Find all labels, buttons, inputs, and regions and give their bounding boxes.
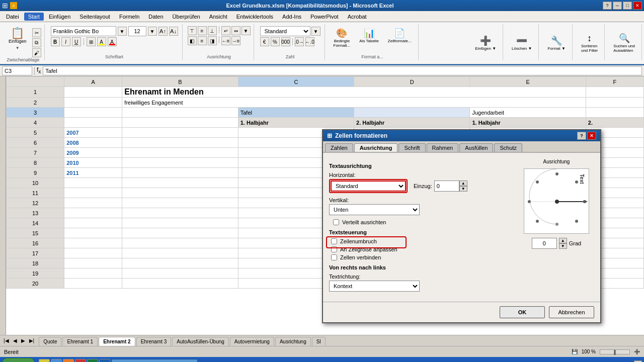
cell-reference-input[interactable] [2,66,32,75]
cell-e3[interactable]: Jugendarbeit [470,108,586,118]
paste-button[interactable]: 📋 Einfügen [5,26,30,45]
row-header-12[interactable]: 12 [7,198,64,208]
copy-button[interactable]: ⧉ [32,38,41,47]
border-button[interactable]: ⊞ [87,37,96,46]
row-header-3[interactable]: 3 [7,108,64,118]
row-header-19[interactable]: 19 [7,268,64,279]
menu-acrobat[interactable]: Acrobat [344,13,371,21]
percent-btn[interactable]: % [271,37,280,46]
cell-a1[interactable] [64,87,122,98]
degree-input[interactable] [532,238,557,249]
einzug-input[interactable] [434,180,459,192]
row-header-10[interactable]: 10 [7,178,64,188]
search-btn[interactable]: 🔍 Suchen undAuswählen [610,31,638,54]
decimal-increase-btn[interactable]: .0→ [295,37,304,46]
zeilenumbruch-checkbox[interactable] [331,238,337,244]
dialog-tab-zahlen[interactable]: Zahlen [325,143,353,152]
cell-b4[interactable] [122,118,238,128]
taskbar-icon-5[interactable]: 📊 [87,359,98,362]
sheet-tab-ehrenamt1[interactable]: Ehrenamt 1 [62,337,98,346]
verteilt-checkbox[interactable] [333,219,339,225]
font-name-input[interactable] [51,26,116,36]
dialog-tab-rahmen[interactable]: Rahmen [427,143,459,152]
cell-b6[interactable] [122,138,238,148]
einzug-down-btn[interactable]: ▼ [459,186,467,192]
sort-btn[interactable]: ↕ Sortierenund Filter [578,32,601,54]
number-format-dropdown[interactable]: ▼ [311,27,320,36]
align-bottom-btn[interactable]: ⊥ [208,26,217,35]
cell-b9[interactable] [122,168,238,178]
einzug-up-btn[interactable]: ▲ [459,180,467,186]
font-color-btn[interactable]: A [108,37,117,46]
taskbar-icon-2[interactable]: 🌐 [51,359,62,362]
row-header-20[interactable]: 20 [7,279,64,289]
sheet-tab-autovermietung[interactable]: Autovermietung [230,337,274,346]
cell-b3[interactable] [122,108,238,118]
menu-datei[interactable]: Datei [2,13,23,21]
cell-a4[interactable] [64,118,122,128]
align-left-btn[interactable]: ◧ [188,36,197,45]
start-button[interactable]: ⊞ Start [2,358,35,362]
degree-up-btn[interactable]: ▲ [559,238,567,243]
maximize-btn[interactable]: □ [623,2,632,10]
formula-input[interactable] [43,66,642,75]
font-size-input[interactable] [128,26,146,36]
align-middle-btn[interactable]: ≡ [198,26,207,35]
indent-increase-btn[interactable]: →≡ [231,36,240,45]
sheet-tab-sl[interactable]: Sl [312,337,326,346]
window-controls[interactable]: ? ─ □ ✕ [603,2,642,10]
vertikal-select[interactable]: Unten Oben Mitte [329,204,420,215]
row-header-11[interactable]: 11 [7,188,64,198]
row-header-5[interactable]: 5 [7,128,64,138]
sheet-tab-ausrichtung[interactable]: Ausrichtung [275,337,311,346]
thousands-btn[interactable]: 000 [281,37,290,46]
row-header-4[interactable]: 4 [7,118,64,128]
zoom-in-btn[interactable]: ➕ [634,349,640,354]
cell-d3[interactable] [354,108,470,118]
cell-f2[interactable] [586,98,643,108]
row-header-17[interactable]: 17 [7,248,64,258]
row-header-18[interactable]: 18 [7,258,64,268]
fill-color-btn[interactable]: A [97,37,106,46]
row-header-2[interactable]: 2 [7,98,64,108]
cell-format-btn[interactable]: 📄 Zellformate... [384,26,415,49]
cell-f1[interactable] [586,87,643,98]
merge-dropdown-btn[interactable]: ▼ [242,26,251,35]
textrichtung-select[interactable]: Kontext Von links nach rechts Von rechts… [329,281,420,292]
cell-a3[interactable] [64,108,122,118]
cell-b8[interactable] [122,158,238,168]
align-right-btn[interactable]: ◨ [208,36,217,45]
menu-einfuegen[interactable]: Einfügen [45,13,74,21]
degree-down-btn[interactable]: ▼ [559,243,567,249]
align-center-btn[interactable]: ≡ [198,36,207,45]
dialog-tab-schutz[interactable]: Schutz [494,143,522,152]
cell-b5[interactable] [122,128,238,138]
dialog-help-btn[interactable]: ? [577,132,586,140]
col-header-d[interactable]: D [354,77,470,87]
taskbar-icon-6[interactable]: W [99,359,110,362]
row-header-1[interactable]: 1 [7,87,64,98]
ok-button[interactable]: OK [500,306,545,318]
font-increase-btn[interactable]: A↑ [158,27,168,36]
format-btn[interactable]: 🔧 Format ▼ [544,34,569,52]
degree-spinner[interactable]: ▲ ▼ [559,238,567,249]
indent-decrease-btn[interactable]: ←≡ [221,36,230,45]
sheet-scroll-right-btn[interactable]: ▶| [28,338,36,343]
anpassen-checkbox[interactable] [331,246,337,252]
einzug-spinner[interactable]: ▲ ▼ [459,180,467,192]
col-header-e[interactable]: E [470,77,586,87]
taskbar-excel-item[interactable]: 📊 Excel Grundkurs.xlsm [Komp... [111,359,197,362]
taskbar-icon-4[interactable]: P [75,359,86,362]
row-header-16[interactable]: 16 [7,238,64,248]
sheet-tab-ehrenamt3[interactable]: Ehrenamt 3 [136,337,172,346]
cell-b1[interactable]: Ehrenamt in Menden [122,87,586,98]
conditional-format-btn[interactable]: 🎨 BedingteFormati... [330,26,354,49]
taskbar-icon-3[interactable]: 🦊 [63,359,74,362]
menu-powerpivot[interactable]: PowerPivot [306,13,343,21]
dialog-tab-ausfuellen[interactable]: Ausfüllen [459,143,493,152]
menu-seitenlayout[interactable]: Seitenlayout [75,13,114,21]
cell-c4[interactable]: 1. Halbjahr [238,118,354,128]
sheet-scroll-prev-btn[interactable]: ◀ [12,338,19,343]
close-btn[interactable]: ✕ [633,2,642,10]
insert-rows-btn[interactable]: ➕ Einfügen ▼ [471,34,500,52]
